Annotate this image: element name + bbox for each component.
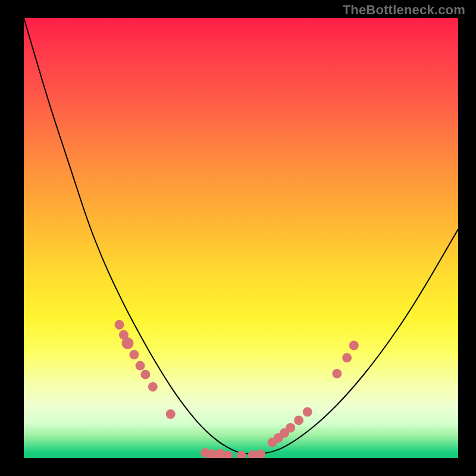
app-frame: TheBottleneck.com xyxy=(0,0,476,476)
marker-dot xyxy=(342,353,352,362)
marker-dot xyxy=(122,337,134,349)
marker-dots xyxy=(115,320,359,458)
marker-dot xyxy=(129,350,139,359)
marker-dot xyxy=(140,369,150,379)
marker-dot xyxy=(148,382,158,392)
marker-dot xyxy=(294,415,303,425)
bottleneck-curve xyxy=(24,18,458,454)
chart-svg xyxy=(24,18,458,458)
attribution-label: TheBottleneck.com xyxy=(343,2,465,18)
marker-dot xyxy=(332,369,342,378)
marker-dot xyxy=(166,409,176,419)
marker-dot xyxy=(136,361,145,371)
marker-dot xyxy=(256,449,265,458)
marker-dot xyxy=(115,320,124,330)
marker-dot xyxy=(349,341,359,350)
marker-dot xyxy=(286,423,295,433)
plot-area xyxy=(24,18,458,458)
marker-dot xyxy=(303,407,312,416)
